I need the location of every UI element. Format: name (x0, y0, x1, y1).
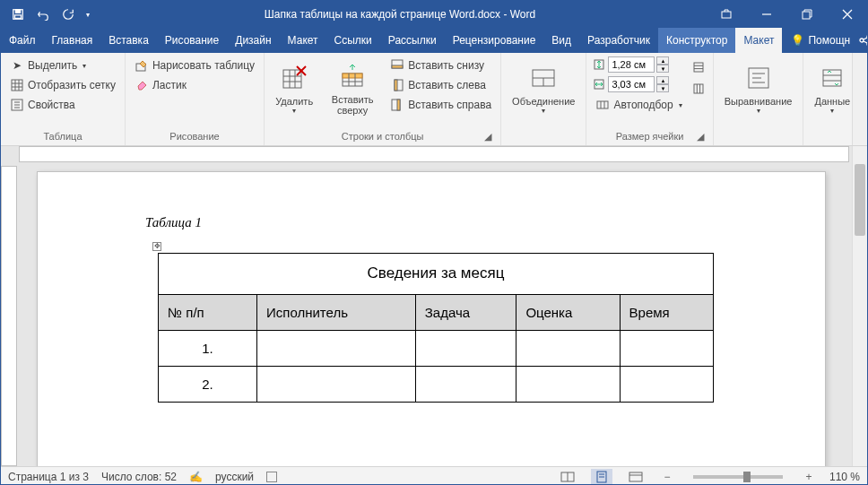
row-height-value[interactable]: 1,28 см (608, 56, 655, 73)
cursor-icon: ➤ (10, 58, 24, 73)
table-caption[interactable]: Таблица 1 (145, 215, 717, 230)
col-header-1[interactable]: Исполнитель (257, 294, 416, 330)
tab-table-design[interactable]: Конструктор (658, 28, 735, 53)
ribbon-display-options-button[interactable] (706, 1, 746, 28)
ribbon-scrollbar[interactable] (852, 53, 867, 145)
insert-left-button[interactable]: Вставить слева (386, 76, 495, 94)
col-header-0[interactable]: № п/п (159, 294, 257, 330)
tab-file[interactable]: Файл (1, 28, 44, 53)
insert-right-button[interactable]: Вставить справа (386, 96, 495, 114)
height-up[interactable]: ▲ (656, 56, 669, 65)
page-indicator[interactable]: Страница 1 из 3 (8, 471, 89, 483)
zoom-slider-thumb[interactable] (743, 472, 751, 482)
group-table: ➤Выделить▾ Отобразить сетку Свойства Таб… (1, 53, 126, 145)
quick-access-toolbar: ▾ (1, 4, 94, 25)
zoom-out-button[interactable]: − (659, 471, 675, 483)
merge-button[interactable]: Объединение▾ (507, 56, 580, 121)
zoom-in-button[interactable]: + (801, 471, 817, 483)
row-number[interactable]: 2. (159, 366, 257, 402)
tab-review[interactable]: Рецензирование (445, 28, 544, 53)
delete-button[interactable]: Удалить▾ (270, 56, 318, 121)
eraser-button[interactable]: Ластик (131, 76, 258, 94)
pencil-table-icon (135, 58, 149, 73)
table-header-row[interactable]: № п/п Исполнитель Задача Оценка Время (159, 294, 714, 330)
svg-rect-5 (803, 12, 810, 19)
svg-rect-44 (597, 101, 608, 108)
tab-developer[interactable]: Разработчик (579, 28, 658, 53)
scrollbar-thumb[interactable] (855, 164, 865, 236)
svg-rect-3 (722, 12, 731, 18)
close-button[interactable] (827, 1, 867, 28)
tab-design[interactable]: Дизайн (227, 28, 279, 53)
row-number[interactable]: 1. (159, 330, 257, 366)
lightbulb-icon: 💡 (791, 34, 804, 47)
tab-view[interactable]: Вид (543, 28, 579, 53)
redo-button[interactable] (56, 4, 80, 25)
tab-table-layout[interactable]: Макет (735, 28, 782, 53)
col-width-value[interactable]: 3,03 см (608, 76, 655, 92)
col-header-2[interactable]: Задача (415, 294, 516, 330)
table-merged-header[interactable]: Сведения за месяц (159, 253, 714, 294)
table-row[interactable]: 1. (159, 330, 714, 366)
merge-icon (529, 64, 558, 92)
height-down[interactable]: ▼ (656, 65, 669, 73)
autofit-button[interactable]: Автоподбор▾ (592, 96, 685, 114)
document-page[interactable]: Таблица 1 ✥ Сведения за месяц № п/п Испо… (37, 171, 826, 466)
share-button[interactable] (859, 28, 868, 53)
tab-draw[interactable]: Рисование (157, 28, 227, 53)
zoom-slider[interactable] (693, 475, 783, 479)
row-height-control[interactable]: 1,28 см ▲▼ (592, 56, 685, 73)
save-button[interactable] (6, 4, 30, 25)
col-width-control[interactable]: 3,03 см ▲▼ (592, 76, 685, 92)
view-gridlines-button[interactable]: Отобразить сетку (6, 76, 119, 94)
document-table[interactable]: Сведения за месяц № п/п Исполнитель Зада… (158, 253, 714, 403)
macro-record-icon[interactable] (266, 472, 277, 482)
select-button[interactable]: ➤Выделить▾ (6, 56, 119, 74)
word-count[interactable]: Число слов: 52 (101, 471, 177, 483)
title-bar: ▾ Шапка таблицы на каждой странице Word.… (1, 1, 867, 28)
group-draw: Нарисовать таблицу Ластик Рисование (126, 53, 265, 145)
tab-layout[interactable]: Макет (280, 28, 326, 53)
tab-home[interactable]: Главная (44, 28, 101, 53)
svg-rect-47 (694, 63, 703, 72)
tell-me-label: Помощн (808, 34, 850, 47)
svg-rect-29 (343, 74, 362, 78)
tab-insert[interactable]: Вставка (100, 28, 157, 53)
restore-button[interactable] (786, 1, 827, 28)
width-down[interactable]: ▼ (656, 84, 669, 92)
minimize-button[interactable] (746, 1, 786, 28)
read-mode-button[interactable] (557, 469, 578, 485)
vertical-ruler[interactable] (1, 166, 17, 466)
data-button[interactable]: Данные▾ (809, 56, 855, 121)
table-row[interactable]: 2. (159, 366, 714, 402)
table-move-handle[interactable]: ✥ (152, 242, 161, 251)
cell-size-dialog-launcher[interactable]: ◢ (695, 131, 706, 142)
print-layout-button[interactable] (591, 469, 612, 485)
rows-cols-dialog-launcher[interactable]: ◢ (482, 131, 493, 142)
web-layout-button[interactable] (625, 469, 647, 485)
col-header-4[interactable]: Время (620, 294, 713, 330)
tell-me-search[interactable]: 💡Помощн (782, 28, 859, 53)
qat-customize-button[interactable]: ▾ (82, 4, 94, 25)
group-alignment: Выравнивание▾ . (714, 53, 804, 145)
tab-mailings[interactable]: Рассылки (380, 28, 445, 53)
grid-icon (10, 78, 24, 92)
draw-table-button[interactable]: Нарисовать таблицу (131, 56, 258, 74)
properties-button[interactable]: Свойства (6, 96, 119, 114)
spellcheck-icon[interactable]: ✍ (189, 471, 203, 483)
insert-below-button[interactable]: Вставить снизу (386, 56, 495, 74)
window-title: Шапка таблицы на каждой странице Word.do… (94, 8, 706, 21)
distribute-cols-button[interactable] (690, 80, 707, 98)
zoom-level[interactable]: 110 % (829, 471, 860, 483)
alignment-button[interactable]: Выравнивание▾ (719, 56, 798, 121)
undo-button[interactable] (31, 4, 55, 25)
width-up[interactable]: ▲ (656, 76, 669, 84)
insert-above-button[interactable]: Вставить сверху (322, 56, 383, 121)
vertical-scrollbar[interactable] (852, 146, 867, 466)
ribbon: ➤Выделить▾ Отобразить сетку Свойства Таб… (1, 53, 867, 146)
col-header-3[interactable]: Оценка (516, 294, 620, 330)
distribute-rows-button[interactable] (690, 58, 707, 76)
horizontal-ruler[interactable] (19, 146, 849, 162)
tab-references[interactable]: Ссылки (326, 28, 380, 53)
language-indicator[interactable]: русский (215, 471, 254, 483)
